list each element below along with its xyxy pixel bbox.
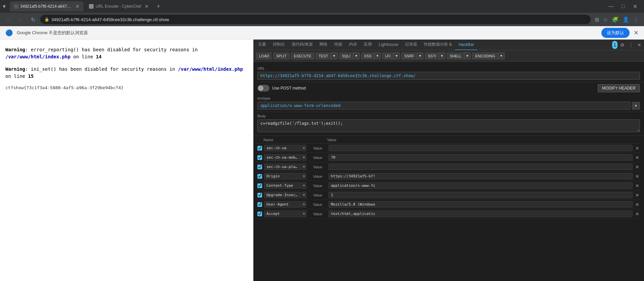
reload-button[interactable]: ↻ — [28, 15, 38, 24]
header-checkbox-5[interactable] — [257, 193, 262, 198]
header-value-input-7[interactable] — [329, 211, 633, 217]
ssrf-button[interactable]: SSRF — [401, 53, 417, 59]
shell-button[interactable]: SHELL — [447, 53, 464, 59]
test-button[interactable]: TEST — [316, 53, 331, 59]
devtools-close-icon[interactable]: ✕ — [636, 41, 643, 49]
header-name-input-3[interactable] — [264, 173, 301, 179]
header-checkbox-6[interactable] — [257, 202, 262, 207]
header-delete-btn-3[interactable]: ✕ — [635, 174, 640, 179]
header-name-dropdown-7[interactable]: ▾ — [302, 211, 306, 217]
header-name-input-0[interactable] — [264, 145, 301, 151]
close-window-button[interactable]: ✕ — [629, 0, 641, 13]
tab-inactive[interactable]: URL Encode - CyberChef ✕ — [85, 1, 153, 11]
set-default-button[interactable]: 设为默认 — [601, 28, 630, 38]
tab-close-1[interactable]: ✕ — [76, 4, 80, 9]
body-input[interactable] — [257, 119, 640, 132]
header-name-dropdown-5[interactable]: ▾ — [302, 192, 306, 198]
devtools-tab-network[interactable]: 网络 — [316, 40, 331, 50]
tab-list-btn[interactable]: ▾ — [3, 3, 6, 10]
header-checkbox-7[interactable] — [257, 212, 262, 216]
header-value-input-1[interactable] — [329, 154, 633, 161]
header-delete-btn-1[interactable]: ✕ — [635, 155, 640, 160]
devtools-tab-recorder[interactable]: 记录器 — [402, 40, 420, 50]
devtools-tab-hackbar[interactable]: HackBar — [455, 40, 477, 50]
header-name-input-2[interactable] — [264, 164, 301, 170]
devtools-tab-sources[interactable]: 源代码/来源 — [288, 40, 316, 50]
devtools-tab-lighthouse[interactable]: Lighthouse — [375, 40, 402, 50]
header-value-input-0[interactable] — [329, 145, 633, 151]
bookmark-button[interactable]: ☆ — [602, 15, 609, 24]
minimize-button[interactable]: — — [604, 0, 617, 13]
extensions-button[interactable]: 🧩 — [610, 15, 620, 24]
header-name-input-1[interactable] — [264, 154, 301, 161]
execute-button[interactable]: EXECUTE — [291, 53, 314, 59]
encoding-button[interactable]: ENCODING — [472, 53, 498, 59]
sqli-dropdown[interactable]: ▾ — [353, 52, 360, 59]
header-name-input-7[interactable] — [264, 211, 301, 217]
modify-header-button[interactable]: MODIFY HEADER — [598, 84, 640, 92]
header-checkbox-0[interactable] — [257, 146, 262, 151]
translate-button[interactable]: ⊞ — [593, 15, 600, 24]
load-button[interactable]: LOAD — [256, 53, 272, 59]
header-checkbox-2[interactable] — [257, 165, 262, 169]
header-checkbox-4[interactable] — [257, 183, 262, 188]
header-name-input-5[interactable] — [264, 192, 301, 198]
header-delete-btn-7[interactable]: ✕ — [635, 211, 640, 217]
header-value-input-3[interactable] — [329, 173, 633, 179]
devtools-tab-memory[interactable]: 内存 — [346, 40, 360, 50]
devtools-settings-icon[interactable]: ⚙ — [619, 41, 626, 49]
encoding-dropdown[interactable]: ▾ — [498, 52, 505, 59]
header-name-input-6[interactable] — [264, 201, 301, 208]
shell-dropdown[interactable]: ▾ — [464, 52, 471, 59]
header-delete-btn-0[interactable]: ✕ — [635, 146, 640, 151]
xss-dropdown[interactable]: ▾ — [374, 52, 381, 59]
lfi-dropdown[interactable]: ▾ — [393, 52, 400, 59]
window-controls: — □ ✕ — [604, 0, 641, 13]
test-dropdown[interactable]: ▾ — [331, 52, 338, 59]
header-name-dropdown-3[interactable]: ▾ — [302, 173, 306, 179]
split-button[interactable]: SPLIT — [273, 53, 290, 59]
header-checkbox-1[interactable] — [257, 155, 262, 160]
menu-button[interactable]: ⋮ — [632, 15, 640, 24]
header-name-input-4[interactable] — [264, 182, 301, 189]
new-tab-button[interactable]: + — [154, 3, 163, 10]
devtools-tab-perf[interactable]: 性能数据分析 & — [420, 40, 455, 50]
post-toggle[interactable] — [257, 85, 269, 92]
header-value-input-2[interactable] — [329, 164, 633, 170]
tab-close-2[interactable]: ✕ — [145, 4, 149, 9]
header-delete-btn-4[interactable]: ✕ — [635, 183, 640, 188]
forward-button[interactable]: → — [16, 15, 26, 24]
header-name-dropdown-4[interactable]: ▾ — [302, 182, 306, 189]
profile-button[interactable]: 👤 — [621, 15, 631, 24]
lfi-button[interactable]: LFI — [382, 53, 393, 59]
devtools-tab-elements[interactable]: 元素 — [255, 40, 269, 50]
header-value-input-6[interactable] — [329, 201, 633, 208]
enctype-dropdown[interactable]: ▾ — [632, 102, 640, 110]
header-name-dropdown-0[interactable]: ▾ — [302, 145, 306, 151]
header-name-dropdown-1[interactable]: ▾ — [302, 154, 306, 161]
devtools-tab-console[interactable]: 控制台 — [269, 40, 288, 50]
devtools-tab-application[interactable]: 应用 — [360, 40, 375, 50]
header-value-input-5[interactable] — [329, 192, 633, 198]
header-delete-btn-2[interactable]: ✕ — [635, 164, 640, 170]
tab-active[interactable]: 34921af5-b7f6-4214-a647-6... ✕ — [10, 1, 84, 11]
sqli-button[interactable]: SQLI — [339, 53, 353, 59]
ssti-button[interactable]: SSTI — [425, 53, 439, 59]
url-input[interactable] — [257, 72, 640, 80]
info-bar-close-button[interactable]: ✕ — [634, 29, 639, 37]
header-delete-btn-6[interactable]: ✕ — [635, 202, 640, 207]
ssrf-dropdown[interactable]: ▾ — [417, 52, 424, 59]
header-name-dropdown-6[interactable]: ▾ — [302, 201, 306, 208]
header-delete-btn-5[interactable]: ✕ — [635, 192, 640, 198]
address-input-wrap[interactable]: 🔒 34921af5-b7f6-4214-a647-6459cee32c3b.c… — [40, 15, 591, 24]
enctype-input[interactable] — [257, 102, 631, 110]
maximize-button[interactable]: □ — [617, 0, 629, 13]
header-checkbox-3[interactable] — [257, 174, 262, 179]
header-name-dropdown-2[interactable]: ▾ — [302, 164, 306, 170]
header-value-input-4[interactable] — [329, 182, 633, 189]
devtools-tab-performance[interactable]: 性能 — [331, 40, 346, 50]
devtools-more-icon[interactable]: ⋮ — [627, 41, 635, 49]
ssti-dropdown[interactable]: ▾ — [439, 52, 445, 59]
xss-button[interactable]: XSS — [361, 53, 374, 59]
back-button[interactable]: ← — [4, 15, 13, 24]
